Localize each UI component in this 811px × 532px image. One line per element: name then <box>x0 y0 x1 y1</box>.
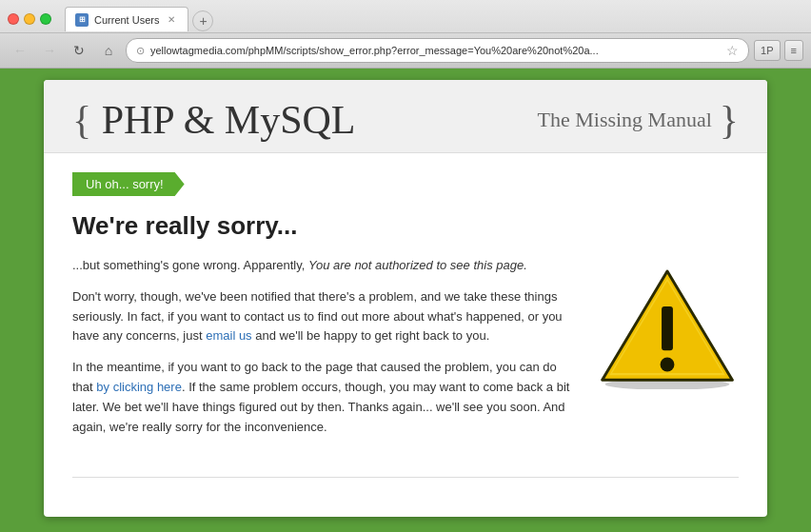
new-tab-button[interactable]: + <box>192 10 213 31</box>
p1-italic: You are not authorized to see this page. <box>308 258 527 272</box>
svg-rect-4 <box>662 306 673 350</box>
header-inner: { PHP & MySQL The Missing Manual } <box>72 97 739 143</box>
subtitle-text: The Missing Manual <box>538 108 712 132</box>
error-paragraph-1: ...but something's gone wrong. Apparentl… <box>72 256 577 276</box>
minimize-button[interactable] <box>24 13 35 25</box>
p1-prefix: ...but something's gone wrong. Apparentl… <box>72 258 308 272</box>
home-button[interactable]: ⌂ <box>96 38 121 63</box>
address-input[interactable] <box>150 45 721 56</box>
site-header: { PHP & MySQL The Missing Manual } <box>44 80 767 153</box>
nav-extra-buttons: 1P ≡ <box>754 40 803 61</box>
forward-button[interactable]: → <box>37 38 62 63</box>
menu-button[interactable]: ≡ <box>784 40 803 61</box>
active-tab[interactable]: ⊞ Current Users ✕ <box>65 7 188 31</box>
window-controls <box>8 13 51 25</box>
tab-bar: ⊞ Current Users ✕ + <box>65 7 213 31</box>
error-text: ...but something's gone wrong. Apparentl… <box>72 256 577 448</box>
site-title: { PHP & MySQL <box>72 97 356 143</box>
title-bar: ⊞ Current Users ✕ + <box>0 0 811 32</box>
warning-triangle-icon <box>596 266 739 389</box>
address-bar-container: ⊙ ☆ <box>126 38 749 63</box>
p2-suffix: and we'll be happy to get right back to … <box>252 328 490 343</box>
tab-close-button[interactable]: ✕ <box>165 13 178 27</box>
nav-bar: ← → ↻ ⌂ ⊙ ☆ 1P ≡ <box>0 32 811 68</box>
svg-point-5 <box>661 358 675 372</box>
error-heading: We're really sorry... <box>72 211 739 241</box>
refresh-button[interactable]: ↻ <box>67 38 91 63</box>
error-content: Uh oh... sorry! We're really sorry... ..… <box>44 153 767 467</box>
browser-chrome: ⊞ Current Users ✕ + ← → ↻ ⌂ ⊙ ☆ 1P ≡ <box>0 0 811 69</box>
error-body: ...but something's gone wrong. Apparentl… <box>72 256 739 448</box>
close-brace: } <box>720 97 739 143</box>
maximize-button[interactable] <box>40 13 51 25</box>
click-here-link[interactable]: by clicking here <box>96 380 182 394</box>
back-button[interactable]: ← <box>8 38 32 63</box>
bookmark-star-icon[interactable]: ☆ <box>726 43 739 58</box>
open-brace: { <box>72 98 91 142</box>
email-us-link[interactable]: email us <box>206 328 251 343</box>
tab-title: Current Users <box>94 14 159 26</box>
error-paragraph-3: In the meantime, if you want to go back … <box>72 358 577 437</box>
site-subtitle: The Missing Manual } <box>538 97 740 143</box>
page-divider <box>72 477 739 478</box>
extension-button-1p[interactable]: 1P <box>754 40 780 61</box>
lock-icon: ⊙ <box>136 45 145 57</box>
page-content: { PHP & MySQL The Missing Manual } Uh oh… <box>44 80 767 517</box>
error-paragraph-2: Don't worry, though, we've been notified… <box>72 287 577 346</box>
error-badge: Uh oh... sorry! <box>72 172 185 196</box>
close-button[interactable] <box>8 13 19 25</box>
site-title-text: PHP & MySQL <box>102 98 356 142</box>
page-wrapper: { PHP & MySQL The Missing Manual } Uh oh… <box>0 69 811 528</box>
warning-icon-container <box>596 256 739 448</box>
tab-favicon: ⊞ <box>75 13 89 27</box>
